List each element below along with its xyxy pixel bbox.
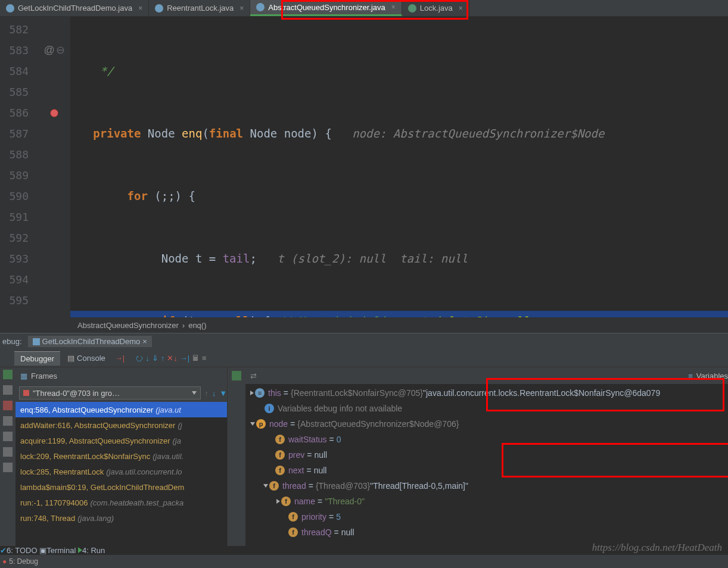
variables-panel: ⇄≡Variables ≡this = {ReentrantLock$Nonfa… — [245, 367, 728, 546]
breakpoints-icon[interactable] — [3, 416, 13, 426]
pin-icon[interactable] — [3, 463, 13, 472]
next-frame-icon[interactable]: ↓ — [212, 389, 216, 398]
thread-combo[interactable]: "Thread-0"@703 in gro… — [19, 386, 201, 400]
frames-header: ▦Frames — [15, 367, 227, 384]
prev-frame-icon[interactable]: ↑ — [204, 389, 209, 398]
tab-file-0[interactable]: GetLockInChildThreadDemo.java× — [0, 0, 149, 16]
console-tab[interactable]: ▤Console — [63, 354, 110, 363]
debug-label: ebug: — [2, 337, 22, 346]
tool-run[interactable]: 4: Run — [78, 546, 105, 555]
var-row[interactable]: fnext = null — [245, 463, 728, 478]
exit-icon[interactable]: →| — [115, 354, 125, 363]
var-row[interactable]: fpriority = 5 — [245, 509, 728, 525]
field-icon: f — [288, 528, 298, 537]
tool-debug[interactable]: ●5: Debug — [2, 557, 38, 566]
tab-file-2[interactable]: AbstractQueuedSynchronizer.java× — [250, 0, 402, 16]
debugger-toolbar: Debugger ▤Console →| ⭮ ↓ ⇓ ↑ ✕↓ →| 🖩 ≡ — [0, 349, 728, 367]
line-numbers: 582583584 585586587 588589590 591592593 … — [0, 17, 38, 317]
frames-panel: ▦Frames "Thread-0"@703 in gro… ↑ ↓ ▼ enq… — [15, 367, 228, 546]
gutter-marks: @⊖ — [38, 17, 70, 317]
expand-icon[interactable] — [276, 499, 280, 504]
tab-label: Lock.java — [420, 4, 453, 13]
breadcrumb-method[interactable]: enq() — [188, 321, 206, 330]
run-to-cursor-icon[interactable]: →| — [180, 354, 189, 363]
collapse-icon[interactable] — [250, 422, 255, 426]
breakpoint-icon[interactable] — [50, 109, 58, 117]
debugger-tab[interactable]: Debugger — [14, 351, 60, 366]
var-row[interactable]: fwaitStatus = 0 — [245, 432, 728, 447]
play-icon — [78, 547, 82, 553]
debug-config-tab[interactable]: GetLockInChildThreadDemo × — [28, 336, 152, 347]
frame-row[interactable]: lambda$main$0:19, GetLockInChildThreadDe… — [15, 479, 227, 495]
down-icon[interactable] — [232, 417, 241, 427]
chevron-right-icon: › — [182, 321, 185, 330]
drop-frame-icon[interactable]: ✕↓ — [167, 354, 178, 363]
close-icon[interactable]: × — [459, 4, 463, 13]
new-watch-icon[interactable] — [232, 371, 241, 380]
tool-todo[interactable]: ✔6: TODO — [0, 546, 38, 555]
step-out-icon[interactable]: ↑ — [161, 354, 165, 363]
trace-icon[interactable]: ≡ — [202, 354, 207, 363]
close-icon[interactable]: × — [239, 4, 244, 13]
evaluate-icon[interactable]: 🖩 — [192, 354, 200, 363]
tool-terminal[interactable]: ▣Terminal — [39, 546, 76, 555]
step-over-icon[interactable]: ⭮ — [135, 354, 143, 363]
tab-label: ReentrantLock.java — [167, 4, 234, 13]
code-editor[interactable]: 582583584 585586587 588589590 591592593 … — [0, 17, 728, 317]
frame-row[interactable]: addWaiter:616, AbstractQueuedSynchronize… — [15, 417, 227, 433]
editor-tabs: GetLockInChildThreadDemo.java× Reentrant… — [0, 0, 728, 17]
frame-row[interactable]: enq:586, AbstractQueuedSynchronizer(java… — [15, 402, 227, 417]
frames-list[interactable]: enq:586, AbstractQueuedSynchronizer(java… — [15, 402, 227, 546]
variables-header: ⇄≡Variables — [245, 367, 728, 384]
remove-watch-icon[interactable] — [232, 386, 241, 396]
thread-selector-row: "Thread-0"@703 in gro… ↑ ↓ ▼ — [15, 384, 227, 402]
stop-icon[interactable] — [3, 401, 13, 410]
expand-icon[interactable] — [250, 391, 254, 395]
collapse-icon[interactable] — [263, 484, 268, 488]
settings-icon[interactable] — [3, 447, 13, 457]
variables-list[interactable]: ≡this = {ReentrantLock$NonfairSync@705} … — [245, 384, 728, 546]
close-icon[interactable]: × — [142, 337, 147, 346]
up-icon[interactable] — [232, 402, 241, 411]
resume-icon[interactable] — [3, 385, 13, 395]
tab-label: AbstractQueuedSynchronizer.java — [268, 3, 385, 12]
code-area[interactable]: */ private Node enq(final Node node) { n… — [70, 17, 728, 317]
var-row[interactable]: pnode = {AbstractQueuedSynchronizer$Node… — [245, 416, 728, 432]
interface-icon — [408, 4, 416, 13]
field-icon: f — [275, 435, 285, 444]
class-icon — [6, 4, 14, 13]
field-icon: f — [275, 450, 285, 460]
var-row[interactable]: fthreadQ = null — [245, 525, 728, 540]
rerun-icon[interactable] — [3, 370, 13, 379]
frame-row[interactable]: lock:285, ReentrantLock(java.util.concur… — [15, 464, 227, 479]
copy-icon[interactable] — [232, 433, 241, 442]
close-icon[interactable]: × — [391, 3, 396, 11]
debug-header: ebug: GetLockInChildThreadDemo × — [0, 333, 728, 349]
frame-row[interactable]: lock:209, ReentrantLock$NonfairSync(java… — [15, 448, 227, 464]
field-icon: f — [288, 512, 298, 522]
tab-label: GetLockInChildThreadDemo.java — [18, 4, 132, 13]
field-icon: f — [281, 497, 291, 506]
force-step-into-icon[interactable]: ⇓ — [152, 354, 158, 363]
watermark: https://blog.csdn.net/HeatDeath — [592, 542, 722, 554]
tab-file-3[interactable]: Lock.java× — [402, 0, 469, 16]
mute-icon[interactable] — [3, 432, 13, 441]
close-icon[interactable]: × — [138, 4, 142, 13]
step-into-icon[interactable]: ↓ — [145, 354, 150, 363]
var-row[interactable]: ≡this = {ReentrantLock$NonfairSync@705} … — [245, 385, 728, 401]
frame-row[interactable]: acquire:1199, AbstractQueuedSynchronizer… — [15, 433, 227, 448]
class-icon — [155, 4, 163, 13]
field-icon: f — [275, 466, 285, 475]
var-row[interactable]: fprev = null — [245, 447, 728, 463]
var-row[interactable]: fname = "Thread-0" — [245, 494, 728, 509]
var-row[interactable]: fthread = {Thread@703} "Thread[Thread-0,… — [245, 478, 728, 494]
tab-file-1[interactable]: ReentrantLock.java× — [149, 0, 250, 16]
frame-row[interactable]: run:-1, 1170794006(com.heatdeath.test_pa… — [15, 495, 227, 510]
filter-icon[interactable]: ▼ — [219, 389, 227, 398]
breadcrumb[interactable]: AbstractQueuedSynchronizer › enq() — [0, 317, 728, 333]
frame-row[interactable]: run:748, Thread(java.lang) — [15, 510, 227, 526]
class-icon — [256, 3, 265, 11]
breadcrumb-class[interactable]: AbstractQueuedSynchronizer — [77, 321, 179, 330]
debug-sidebar — [0, 367, 15, 546]
show-watches-icon[interactable] — [232, 448, 241, 458]
